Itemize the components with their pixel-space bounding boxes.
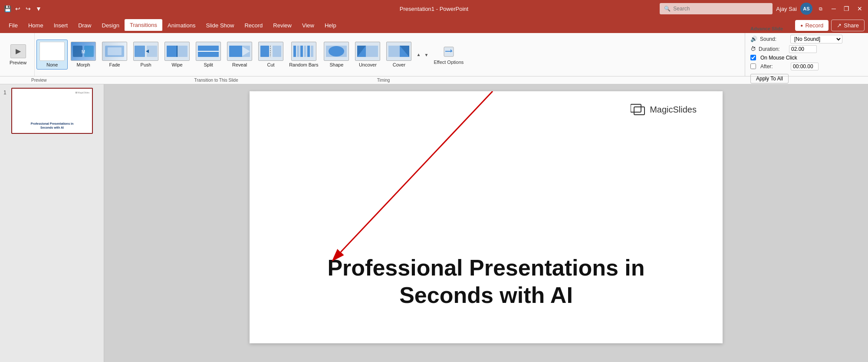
slide-thumbnail-1[interactable]: 🖥 MagicSlides Professional Presentations… (11, 88, 93, 134)
transition-wipe[interactable]: Wipe (161, 40, 193, 69)
svg-text:M: M (82, 50, 85, 54)
svg-rect-16 (229, 46, 242, 57)
effect-options-icon (442, 45, 456, 59)
after-row: After: (750, 63, 861, 70)
svg-line-41 (341, 91, 493, 252)
duration-icon: ⏱ (750, 46, 756, 52)
transition-fade[interactable]: Fade (99, 40, 130, 69)
search-icon: 🔍 (664, 6, 671, 12)
on-mouse-click-row: On Mouse Click (750, 55, 861, 61)
split-label: Split (204, 62, 213, 67)
apply-to-all-button[interactable]: Apply To All (750, 74, 789, 83)
after-label: After: (760, 63, 788, 70)
transition-scroll-down[interactable]: ▼ (422, 53, 430, 57)
on-mouse-click-checkbox[interactable] (750, 55, 756, 60)
slide-text-line1: Professional Presentations in (291, 254, 681, 281)
svg-rect-19 (273, 46, 281, 57)
transition-scroll-up[interactable]: ▲ (414, 52, 422, 57)
fade-icon-svg (102, 42, 127, 60)
restore-down-icon[interactable]: ⧉ (816, 4, 825, 13)
menu-slide-show[interactable]: Slide Show (201, 20, 239, 31)
push-icon-svg (134, 42, 158, 60)
svg-rect-12 (198, 46, 219, 51)
title-bar-right: 🔍 Ajay Sai AS ⧉ ─ ❐ ✕ (578, 3, 865, 15)
ribbon-preview-section: ▶ Preview (2, 33, 35, 76)
svg-rect-18 (260, 46, 269, 57)
menu-record[interactable]: Record (239, 20, 268, 31)
apply-to-all-row: Apply To All (750, 74, 861, 83)
cut-transition-icon (258, 42, 283, 61)
sound-row: 🔊 Sound: [No Sound] (750, 35, 861, 43)
transition-split[interactable]: Split (193, 40, 224, 69)
svg-rect-1 (84, 46, 94, 57)
svg-rect-24 (304, 46, 306, 57)
menu-design[interactable]: Design (97, 20, 125, 31)
transition-reveal[interactable]: Reveal (224, 40, 255, 69)
minimize-icon[interactable]: ─ (829, 4, 838, 13)
effect-options-button[interactable]: Effect Options (430, 43, 467, 66)
user-name: Ajay Sai (776, 6, 797, 12)
on-mouse-click-label: On Mouse Click (760, 55, 797, 61)
transition-push[interactable]: Push (130, 40, 161, 69)
after-checkbox[interactable] (750, 63, 756, 69)
search-bar[interactable]: 🔍 (660, 3, 773, 14)
slide-canvas[interactable]: MagicSlides Professional Presentations i… (250, 91, 723, 343)
transition-morph[interactable]: M Morph (68, 40, 99, 69)
uncover-icon-svg (355, 42, 380, 60)
push-transition-icon (133, 42, 158, 61)
duration-input[interactable] (789, 45, 817, 53)
transitions-section: None M Morph Fade (35, 33, 745, 76)
reveal-label: Reveal (232, 62, 247, 67)
uncover-transition-icon (355, 42, 380, 61)
svg-rect-26 (311, 46, 313, 57)
menu-insert[interactable]: Insert (49, 20, 73, 31)
restore-icon[interactable]: ❐ (842, 4, 852, 13)
customize-icon[interactable]: ▼ (35, 5, 43, 13)
title-bar-left: 💾 ↩ ↪ ▼ (3, 5, 290, 13)
undo-icon[interactable]: ↩ (14, 5, 22, 13)
canvas-area[interactable]: MagicSlides Professional Presentations i… (104, 84, 868, 362)
fade-label: Fade (109, 62, 120, 67)
transition-random-bars[interactable]: Random Bars (286, 40, 321, 69)
menu-review[interactable]: Review (268, 20, 297, 31)
cover-label: Cover (393, 62, 405, 67)
menu-draw[interactable]: Draw (73, 20, 96, 31)
app-title: Presentation1 - PowerPoint (290, 6, 577, 12)
svg-rect-22 (297, 46, 299, 57)
transition-cover[interactable]: Cover (383, 40, 414, 69)
menu-home[interactable]: Home (23, 20, 49, 31)
transition-none[interactable]: None (36, 40, 68, 70)
transition-uncover[interactable]: Uncover (352, 40, 383, 69)
reveal-transition-icon (227, 42, 252, 61)
slide-panel: 1 🖥 MagicSlides Professional Presentatio… (0, 84, 104, 362)
menu-view[interactable]: View (297, 20, 319, 31)
menu-transitions[interactable]: Transitions (125, 19, 162, 32)
transition-shape[interactable]: Shape (321, 40, 352, 69)
user-avatar[interactable]: AS (800, 3, 812, 15)
close-icon[interactable]: ✕ (855, 4, 865, 13)
redo-icon[interactable]: ↪ (24, 5, 32, 13)
magic-slides-logo-icon (631, 103, 646, 116)
svg-rect-4 (108, 47, 122, 55)
svg-rect-13 (198, 51, 219, 57)
menu-animations[interactable]: Animations (162, 20, 201, 31)
sound-select[interactable]: [No Sound] (790, 35, 842, 43)
morph-label: Morph (77, 62, 90, 67)
cut-icon-svg (259, 42, 283, 60)
menu-file[interactable]: File (3, 20, 23, 31)
svg-rect-38 (631, 104, 641, 112)
preview-label: Preview (10, 60, 26, 65)
split-transition-icon (196, 42, 221, 61)
preview-button[interactable]: ▶ Preview (5, 38, 31, 71)
slide-logo: MagicSlides (631, 103, 697, 116)
push-label: Push (141, 62, 151, 67)
after-input[interactable] (791, 63, 819, 70)
menu-help[interactable]: Help (319, 20, 342, 31)
timing-panel: Advance Slide 🔊 Sound: [No Sound] ⏱ Dura… (745, 33, 866, 76)
save-icon[interactable]: 💾 (3, 5, 11, 13)
search-input[interactable] (673, 6, 760, 12)
morph-transition-icon: M (71, 42, 96, 61)
logo-text: MagicSlides (650, 105, 697, 115)
effect-options-svg (443, 46, 455, 58)
transition-cut[interactable]: Cut (255, 40, 286, 69)
